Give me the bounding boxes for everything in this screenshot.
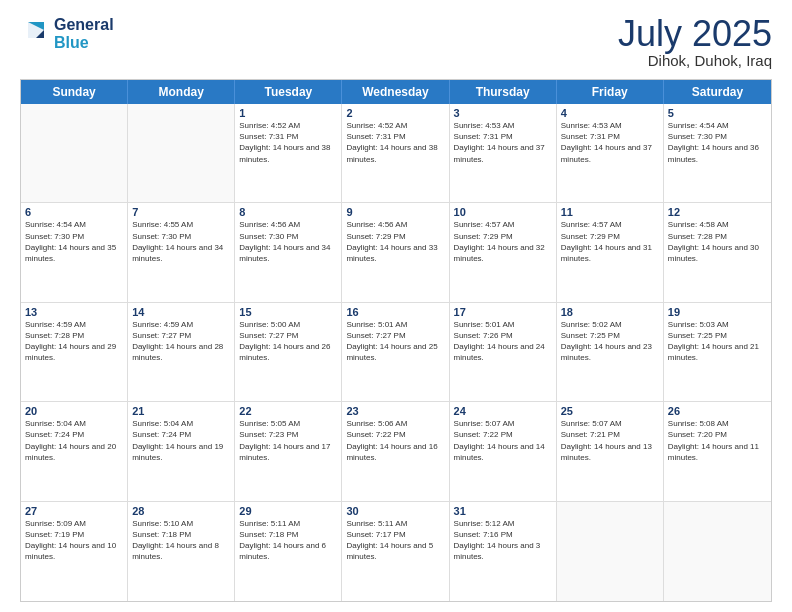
- header: General Blue July 2025 Dihok, Duhok, Ira…: [20, 16, 772, 69]
- calendar-row: 27Sunrise: 5:09 AMSunset: 7:19 PMDayligh…: [21, 502, 771, 601]
- calendar-cell: [557, 502, 664, 601]
- logo-wrap: General Blue: [20, 16, 114, 51]
- calendar-row: 20Sunrise: 5:04 AMSunset: 7:24 PMDayligh…: [21, 402, 771, 501]
- day-number: 29: [239, 505, 337, 517]
- cell-info: Sunrise: 4:54 AMSunset: 7:30 PMDaylight:…: [668, 120, 767, 165]
- cell-info: Sunrise: 4:59 AMSunset: 7:27 PMDaylight:…: [132, 319, 230, 364]
- cell-info: Sunrise: 5:04 AMSunset: 7:24 PMDaylight:…: [132, 418, 230, 463]
- day-number: 1: [239, 107, 337, 119]
- title-block: July 2025 Dihok, Duhok, Iraq: [618, 16, 772, 69]
- day-number: 23: [346, 405, 444, 417]
- calendar-cell: 23Sunrise: 5:06 AMSunset: 7:22 PMDayligh…: [342, 402, 449, 500]
- day-number: 13: [25, 306, 123, 318]
- day-number: 9: [346, 206, 444, 218]
- cell-info: Sunrise: 4:55 AMSunset: 7:30 PMDaylight:…: [132, 219, 230, 264]
- cell-info: Sunrise: 5:11 AMSunset: 7:17 PMDaylight:…: [346, 518, 444, 563]
- calendar-row: 13Sunrise: 4:59 AMSunset: 7:28 PMDayligh…: [21, 303, 771, 402]
- calendar-cell: 25Sunrise: 5:07 AMSunset: 7:21 PMDayligh…: [557, 402, 664, 500]
- calendar-cell: [128, 104, 235, 202]
- cell-info: Sunrise: 5:01 AMSunset: 7:27 PMDaylight:…: [346, 319, 444, 364]
- day-number: 25: [561, 405, 659, 417]
- cell-info: Sunrise: 4:56 AMSunset: 7:30 PMDaylight:…: [239, 219, 337, 264]
- weekday-header: Tuesday: [235, 80, 342, 104]
- logo: General Blue: [20, 16, 114, 51]
- calendar-cell: 21Sunrise: 5:04 AMSunset: 7:24 PMDayligh…: [128, 402, 235, 500]
- calendar-cell: 15Sunrise: 5:00 AMSunset: 7:27 PMDayligh…: [235, 303, 342, 401]
- day-number: 16: [346, 306, 444, 318]
- cell-info: Sunrise: 5:11 AMSunset: 7:18 PMDaylight:…: [239, 518, 337, 563]
- cell-info: Sunrise: 4:53 AMSunset: 7:31 PMDaylight:…: [561, 120, 659, 165]
- cell-info: Sunrise: 4:52 AMSunset: 7:31 PMDaylight:…: [346, 120, 444, 165]
- day-number: 30: [346, 505, 444, 517]
- cell-info: Sunrise: 5:12 AMSunset: 7:16 PMDaylight:…: [454, 518, 552, 563]
- calendar-cell: 27Sunrise: 5:09 AMSunset: 7:19 PMDayligh…: [21, 502, 128, 601]
- page: General Blue July 2025 Dihok, Duhok, Ira…: [0, 0, 792, 612]
- cell-info: Sunrise: 5:01 AMSunset: 7:26 PMDaylight:…: [454, 319, 552, 364]
- day-number: 6: [25, 206, 123, 218]
- cell-info: Sunrise: 4:53 AMSunset: 7:31 PMDaylight:…: [454, 120, 552, 165]
- day-number: 31: [454, 505, 552, 517]
- month-title: July 2025: [618, 16, 772, 52]
- day-number: 19: [668, 306, 767, 318]
- day-number: 14: [132, 306, 230, 318]
- weekday-header: Sunday: [21, 80, 128, 104]
- calendar-row: 6Sunrise: 4:54 AMSunset: 7:30 PMDaylight…: [21, 203, 771, 302]
- calendar-cell: 3Sunrise: 4:53 AMSunset: 7:31 PMDaylight…: [450, 104, 557, 202]
- calendar-cell: 9Sunrise: 4:56 AMSunset: 7:29 PMDaylight…: [342, 203, 449, 301]
- day-number: 3: [454, 107, 552, 119]
- day-number: 10: [454, 206, 552, 218]
- day-number: 12: [668, 206, 767, 218]
- day-number: 28: [132, 505, 230, 517]
- calendar-cell: 12Sunrise: 4:58 AMSunset: 7:28 PMDayligh…: [664, 203, 771, 301]
- weekday-header: Wednesday: [342, 80, 449, 104]
- calendar-cell: 28Sunrise: 5:10 AMSunset: 7:18 PMDayligh…: [128, 502, 235, 601]
- calendar-cell: 13Sunrise: 4:59 AMSunset: 7:28 PMDayligh…: [21, 303, 128, 401]
- calendar-cell: 16Sunrise: 5:01 AMSunset: 7:27 PMDayligh…: [342, 303, 449, 401]
- day-number: 15: [239, 306, 337, 318]
- calendar-header: SundayMondayTuesdayWednesdayThursdayFrid…: [21, 80, 771, 104]
- cell-info: Sunrise: 5:09 AMSunset: 7:19 PMDaylight:…: [25, 518, 123, 563]
- day-number: 8: [239, 206, 337, 218]
- cell-info: Sunrise: 5:05 AMSunset: 7:23 PMDaylight:…: [239, 418, 337, 463]
- calendar-cell: 29Sunrise: 5:11 AMSunset: 7:18 PMDayligh…: [235, 502, 342, 601]
- day-number: 20: [25, 405, 123, 417]
- calendar-cell: 8Sunrise: 4:56 AMSunset: 7:30 PMDaylight…: [235, 203, 342, 301]
- cell-info: Sunrise: 5:00 AMSunset: 7:27 PMDaylight:…: [239, 319, 337, 364]
- calendar-cell: 14Sunrise: 4:59 AMSunset: 7:27 PMDayligh…: [128, 303, 235, 401]
- cell-info: Sunrise: 4:57 AMSunset: 7:29 PMDaylight:…: [454, 219, 552, 264]
- cell-info: Sunrise: 4:54 AMSunset: 7:30 PMDaylight:…: [25, 219, 123, 264]
- cell-info: Sunrise: 4:59 AMSunset: 7:28 PMDaylight:…: [25, 319, 123, 364]
- calendar-cell: 6Sunrise: 4:54 AMSunset: 7:30 PMDaylight…: [21, 203, 128, 301]
- cell-info: Sunrise: 5:03 AMSunset: 7:25 PMDaylight:…: [668, 319, 767, 364]
- calendar-cell: 22Sunrise: 5:05 AMSunset: 7:23 PMDayligh…: [235, 402, 342, 500]
- calendar: SundayMondayTuesdayWednesdayThursdayFrid…: [20, 79, 772, 602]
- calendar-cell: 24Sunrise: 5:07 AMSunset: 7:22 PMDayligh…: [450, 402, 557, 500]
- cell-info: Sunrise: 5:02 AMSunset: 7:25 PMDaylight:…: [561, 319, 659, 364]
- day-number: 26: [668, 405, 767, 417]
- logo-word2: Blue: [54, 34, 114, 52]
- cell-info: Sunrise: 5:10 AMSunset: 7:18 PMDaylight:…: [132, 518, 230, 563]
- calendar-cell: 11Sunrise: 4:57 AMSunset: 7:29 PMDayligh…: [557, 203, 664, 301]
- calendar-cell: 2Sunrise: 4:52 AMSunset: 7:31 PMDaylight…: [342, 104, 449, 202]
- day-number: 5: [668, 107, 767, 119]
- calendar-cell: [21, 104, 128, 202]
- calendar-cell: 18Sunrise: 5:02 AMSunset: 7:25 PMDayligh…: [557, 303, 664, 401]
- cell-info: Sunrise: 5:08 AMSunset: 7:20 PMDaylight:…: [668, 418, 767, 463]
- day-number: 2: [346, 107, 444, 119]
- weekday-header: Friday: [557, 80, 664, 104]
- cell-info: Sunrise: 5:07 AMSunset: 7:21 PMDaylight:…: [561, 418, 659, 463]
- calendar-body: 1Sunrise: 4:52 AMSunset: 7:31 PMDaylight…: [21, 104, 771, 601]
- calendar-cell: 20Sunrise: 5:04 AMSunset: 7:24 PMDayligh…: [21, 402, 128, 500]
- day-number: 7: [132, 206, 230, 218]
- calendar-cell: 31Sunrise: 5:12 AMSunset: 7:16 PMDayligh…: [450, 502, 557, 601]
- logo-text: General Blue: [54, 16, 114, 51]
- calendar-cell: 7Sunrise: 4:55 AMSunset: 7:30 PMDaylight…: [128, 203, 235, 301]
- weekday-header: Thursday: [450, 80, 557, 104]
- cell-info: Sunrise: 4:52 AMSunset: 7:31 PMDaylight:…: [239, 120, 337, 165]
- cell-info: Sunrise: 4:56 AMSunset: 7:29 PMDaylight:…: [346, 219, 444, 264]
- calendar-row: 1Sunrise: 4:52 AMSunset: 7:31 PMDaylight…: [21, 104, 771, 203]
- calendar-cell: 10Sunrise: 4:57 AMSunset: 7:29 PMDayligh…: [450, 203, 557, 301]
- logo-graphic: [20, 18, 52, 50]
- calendar-cell: 1Sunrise: 4:52 AMSunset: 7:31 PMDaylight…: [235, 104, 342, 202]
- calendar-cell: 17Sunrise: 5:01 AMSunset: 7:26 PMDayligh…: [450, 303, 557, 401]
